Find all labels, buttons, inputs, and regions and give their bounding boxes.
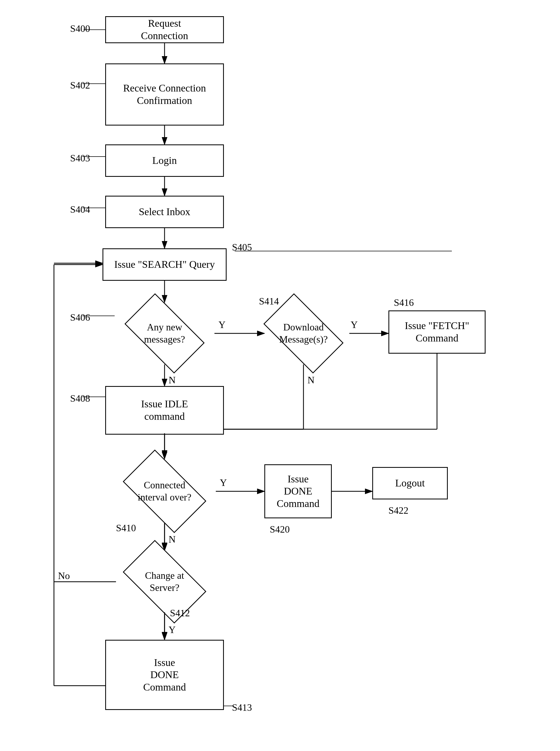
s413-box: Issue DONE Command (105, 640, 224, 710)
s422-label: S422 (388, 505, 408, 516)
s420-label-text: S420 (270, 524, 290, 535)
s403-label-text: S403 (70, 153, 90, 163)
s416-label: S416 (394, 297, 414, 308)
s400-box: Request Connection (105, 16, 224, 43)
s406-label-text: S406 (70, 312, 90, 323)
s405-text: Issue "SEARCH" Query (114, 258, 215, 271)
s406-diamond-wrap: Any new messages? (115, 302, 215, 364)
svg-text:N: N (168, 375, 176, 385)
s408-label: S408 (70, 393, 90, 404)
s404-label-text: S404 (70, 204, 90, 215)
s405-box: Issue "SEARCH" Query (102, 248, 226, 281)
s404-box: Select Inbox (105, 196, 224, 228)
s412-label-text: S412 (170, 608, 190, 618)
s402-label: S402 (70, 80, 90, 91)
s404-text: Select Inbox (139, 206, 190, 218)
s408-text: Issue IDLE command (141, 398, 188, 422)
s413-label: S413 (232, 702, 252, 713)
s404-label: S404 (70, 204, 90, 215)
s414-label-text: S414 (259, 296, 279, 307)
s414-diamond-wrap: Download Message(s)? (254, 302, 353, 364)
s420-label: S420 (270, 524, 290, 535)
s416-label-text: S416 (394, 297, 414, 308)
s402-box: Receive Connection Confirmation (105, 63, 224, 126)
s406-label: S406 (70, 312, 90, 323)
s413-label-text: S413 (232, 702, 252, 713)
s402-label-text: S402 (70, 80, 90, 91)
s403-box: Login (105, 145, 224, 177)
s416-box: Issue "FETCH" Command (388, 310, 485, 354)
svg-text:Y: Y (219, 319, 225, 330)
s422-text: Logout (395, 477, 425, 489)
s402-text: Receive Connection Confirmation (123, 82, 206, 107)
s414-label: S414 (259, 295, 279, 307)
s420-box: Issue DONE Command (264, 464, 332, 518)
svg-text:N: N (307, 375, 315, 385)
s410-label: S410 (116, 522, 136, 534)
s408-box: Issue IDLE command (105, 386, 224, 435)
s422-box: Logout (372, 467, 448, 499)
s403-label: S403 (70, 153, 90, 164)
s400-text: Request Connection (141, 17, 188, 42)
s408-label-text: S408 (70, 393, 90, 404)
s412-diamond-wrap: Change at Server? (112, 551, 217, 613)
svg-text:Y: Y (220, 477, 227, 488)
s410-label-text: S410 (116, 523, 136, 534)
s413-text: Issue DONE Command (143, 656, 186, 693)
s422-label-text: S422 (388, 505, 408, 516)
s410-diamond-wrap: Connected interval over? (112, 459, 217, 524)
s412-label: S412 (170, 608, 190, 619)
svg-text:No: No (58, 571, 70, 581)
s416-text: Issue "FETCH" Command (405, 320, 469, 344)
s420-text: Issue DONE Command (277, 473, 319, 510)
s403-text: Login (153, 154, 177, 167)
